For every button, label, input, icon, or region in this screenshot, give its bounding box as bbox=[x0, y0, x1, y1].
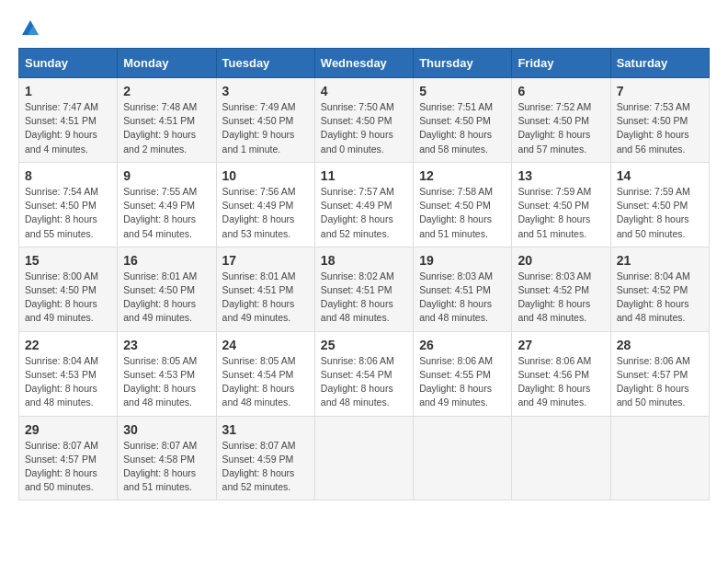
calendar-cell: 1Sunrise: 7:47 AM Sunset: 4:51 PM Daylig… bbox=[19, 78, 118, 163]
day-number: 28 bbox=[617, 338, 703, 352]
day-detail: Sunrise: 7:50 AM Sunset: 4:50 PM Dayligh… bbox=[321, 100, 407, 156]
day-detail: Sunrise: 7:48 AM Sunset: 4:51 PM Dayligh… bbox=[123, 100, 210, 156]
day-number: 24 bbox=[222, 338, 309, 352]
calendar-cell bbox=[610, 416, 709, 500]
day-detail: Sunrise: 8:04 AM Sunset: 4:52 PM Dayligh… bbox=[617, 270, 703, 326]
day-number: 30 bbox=[123, 422, 210, 437]
calendar-cell: 27Sunrise: 8:06 AM Sunset: 4:56 PM Dayli… bbox=[512, 331, 610, 416]
day-number: 22 bbox=[25, 338, 111, 352]
day-detail: Sunrise: 8:05 AM Sunset: 4:53 PM Dayligh… bbox=[123, 354, 210, 410]
day-detail: Sunrise: 8:01 AM Sunset: 4:50 PM Dayligh… bbox=[123, 270, 210, 326]
logo bbox=[18, 18, 40, 39]
calendar-cell: 19Sunrise: 8:03 AM Sunset: 4:51 PM Dayli… bbox=[414, 247, 512, 331]
calendar-cell: 23Sunrise: 8:05 AM Sunset: 4:53 PM Dayli… bbox=[118, 331, 216, 416]
day-number: 7 bbox=[617, 84, 703, 98]
day-detail: Sunrise: 7:47 AM Sunset: 4:51 PM Dayligh… bbox=[25, 100, 111, 156]
header-friday: Friday bbox=[512, 49, 610, 78]
day-number: 23 bbox=[123, 338, 210, 352]
day-number: 8 bbox=[25, 168, 111, 183]
header-sunday: Sunday bbox=[19, 49, 118, 78]
day-number: 21 bbox=[617, 253, 703, 268]
calendar-week-row: 29Sunrise: 8:07 AM Sunset: 4:57 PM Dayli… bbox=[19, 416, 710, 500]
calendar-week-row: 8Sunrise: 7:54 AM Sunset: 4:50 PM Daylig… bbox=[19, 162, 710, 247]
calendar-cell: 9Sunrise: 7:55 AM Sunset: 4:49 PM Daylig… bbox=[118, 162, 216, 247]
calendar-cell: 28Sunrise: 8:06 AM Sunset: 4:57 PM Dayli… bbox=[610, 331, 709, 416]
day-number: 14 bbox=[617, 168, 703, 183]
calendar-table: SundayMondayTuesdayWednesdayThursdayFrid… bbox=[18, 48, 710, 500]
header-tuesday: Tuesday bbox=[216, 49, 314, 78]
day-detail: Sunrise: 8:01 AM Sunset: 4:51 PM Dayligh… bbox=[222, 270, 309, 326]
day-detail: Sunrise: 7:52 AM Sunset: 4:50 PM Dayligh… bbox=[518, 100, 604, 156]
day-detail: Sunrise: 7:55 AM Sunset: 4:49 PM Dayligh… bbox=[123, 185, 210, 241]
calendar-cell: 3Sunrise: 7:49 AM Sunset: 4:50 PM Daylig… bbox=[216, 78, 314, 163]
day-detail: Sunrise: 7:56 AM Sunset: 4:49 PM Dayligh… bbox=[222, 185, 309, 241]
day-detail: Sunrise: 8:06 AM Sunset: 4:54 PM Dayligh… bbox=[321, 354, 407, 410]
calendar-cell: 26Sunrise: 8:06 AM Sunset: 4:55 PM Dayli… bbox=[414, 331, 512, 416]
day-detail: Sunrise: 8:06 AM Sunset: 4:56 PM Dayligh… bbox=[518, 354, 604, 410]
day-number: 4 bbox=[321, 84, 407, 98]
day-number: 10 bbox=[222, 168, 309, 183]
calendar-cell: 11Sunrise: 7:57 AM Sunset: 4:49 PM Dayli… bbox=[314, 162, 413, 247]
day-detail: Sunrise: 7:54 AM Sunset: 4:50 PM Dayligh… bbox=[25, 185, 111, 241]
calendar-cell: 14Sunrise: 7:59 AM Sunset: 4:50 PM Dayli… bbox=[610, 162, 709, 247]
day-number: 11 bbox=[321, 168, 407, 183]
calendar-cell: 7Sunrise: 7:53 AM Sunset: 4:50 PM Daylig… bbox=[610, 78, 709, 163]
day-detail: Sunrise: 8:04 AM Sunset: 4:53 PM Dayligh… bbox=[25, 354, 111, 410]
calendar-cell: 21Sunrise: 8:04 AM Sunset: 4:52 PM Dayli… bbox=[610, 247, 709, 331]
day-number: 25 bbox=[321, 338, 407, 352]
day-number: 1 bbox=[25, 84, 111, 98]
day-number: 15 bbox=[25, 253, 111, 268]
calendar-cell bbox=[414, 416, 512, 500]
day-number: 6 bbox=[518, 84, 604, 98]
day-number: 3 bbox=[222, 84, 309, 98]
day-number: 27 bbox=[518, 338, 604, 352]
calendar-cell: 15Sunrise: 8:00 AM Sunset: 4:50 PM Dayli… bbox=[19, 247, 118, 331]
calendar-cell: 16Sunrise: 8:01 AM Sunset: 4:50 PM Dayli… bbox=[118, 247, 216, 331]
calendar-cell: 20Sunrise: 8:03 AM Sunset: 4:52 PM Dayli… bbox=[512, 247, 610, 331]
calendar-cell: 5Sunrise: 7:51 AM Sunset: 4:50 PM Daylig… bbox=[414, 78, 512, 163]
day-number: 19 bbox=[419, 253, 506, 268]
day-detail: Sunrise: 7:59 AM Sunset: 4:50 PM Dayligh… bbox=[518, 185, 604, 241]
day-detail: Sunrise: 7:59 AM Sunset: 4:50 PM Dayligh… bbox=[617, 185, 703, 241]
day-detail: Sunrise: 8:07 AM Sunset: 4:58 PM Dayligh… bbox=[123, 439, 210, 495]
calendar-cell: 6Sunrise: 7:52 AM Sunset: 4:50 PM Daylig… bbox=[512, 78, 610, 163]
day-detail: Sunrise: 7:58 AM Sunset: 4:50 PM Dayligh… bbox=[419, 185, 506, 241]
day-number: 17 bbox=[222, 253, 309, 268]
day-detail: Sunrise: 7:51 AM Sunset: 4:50 PM Dayligh… bbox=[419, 100, 506, 156]
day-detail: Sunrise: 8:03 AM Sunset: 4:51 PM Dayligh… bbox=[419, 270, 506, 326]
calendar-cell: 8Sunrise: 7:54 AM Sunset: 4:50 PM Daylig… bbox=[19, 162, 118, 247]
calendar-cell bbox=[314, 416, 413, 500]
day-number: 26 bbox=[419, 338, 506, 352]
calendar-cell: 17Sunrise: 8:01 AM Sunset: 4:51 PM Dayli… bbox=[216, 247, 314, 331]
calendar-cell: 31Sunrise: 8:07 AM Sunset: 4:59 PM Dayli… bbox=[216, 416, 314, 500]
calendar-week-row: 15Sunrise: 8:00 AM Sunset: 4:50 PM Dayli… bbox=[19, 247, 710, 331]
day-number: 2 bbox=[123, 84, 210, 98]
calendar-week-row: 22Sunrise: 8:04 AM Sunset: 4:53 PM Dayli… bbox=[19, 331, 710, 416]
header-wednesday: Wednesday bbox=[314, 49, 413, 78]
calendar-cell: 18Sunrise: 8:02 AM Sunset: 4:51 PM Dayli… bbox=[314, 247, 413, 331]
logo-icon bbox=[20, 18, 40, 39]
header-thursday: Thursday bbox=[414, 49, 512, 78]
calendar-cell: 22Sunrise: 8:04 AM Sunset: 4:53 PM Dayli… bbox=[19, 331, 118, 416]
calendar-cell: 13Sunrise: 7:59 AM Sunset: 4:50 PM Dayli… bbox=[512, 162, 610, 247]
header-monday: Monday bbox=[118, 49, 216, 78]
calendar-week-row: 1Sunrise: 7:47 AM Sunset: 4:51 PM Daylig… bbox=[19, 78, 710, 163]
calendar-cell: 2Sunrise: 7:48 AM Sunset: 4:51 PM Daylig… bbox=[118, 78, 216, 163]
day-number: 9 bbox=[123, 168, 210, 183]
day-detail: Sunrise: 8:05 AM Sunset: 4:54 PM Dayligh… bbox=[222, 354, 309, 410]
day-number: 18 bbox=[321, 253, 407, 268]
calendar-cell: 10Sunrise: 7:56 AM Sunset: 4:49 PM Dayli… bbox=[216, 162, 314, 247]
day-number: 31 bbox=[222, 422, 309, 437]
calendar-cell bbox=[512, 416, 610, 500]
calendar-cell: 4Sunrise: 7:50 AM Sunset: 4:50 PM Daylig… bbox=[314, 78, 413, 163]
day-number: 16 bbox=[123, 253, 210, 268]
day-number: 5 bbox=[419, 84, 506, 98]
calendar-cell: 29Sunrise: 8:07 AM Sunset: 4:57 PM Dayli… bbox=[19, 416, 118, 500]
day-detail: Sunrise: 8:00 AM Sunset: 4:50 PM Dayligh… bbox=[25, 270, 111, 326]
header-saturday: Saturday bbox=[610, 49, 709, 78]
day-detail: Sunrise: 8:03 AM Sunset: 4:52 PM Dayligh… bbox=[518, 270, 604, 326]
day-detail: Sunrise: 7:49 AM Sunset: 4:50 PM Dayligh… bbox=[222, 100, 309, 156]
day-detail: Sunrise: 8:02 AM Sunset: 4:51 PM Dayligh… bbox=[321, 270, 407, 326]
day-number: 29 bbox=[25, 422, 111, 437]
day-detail: Sunrise: 7:53 AM Sunset: 4:50 PM Dayligh… bbox=[617, 100, 703, 156]
